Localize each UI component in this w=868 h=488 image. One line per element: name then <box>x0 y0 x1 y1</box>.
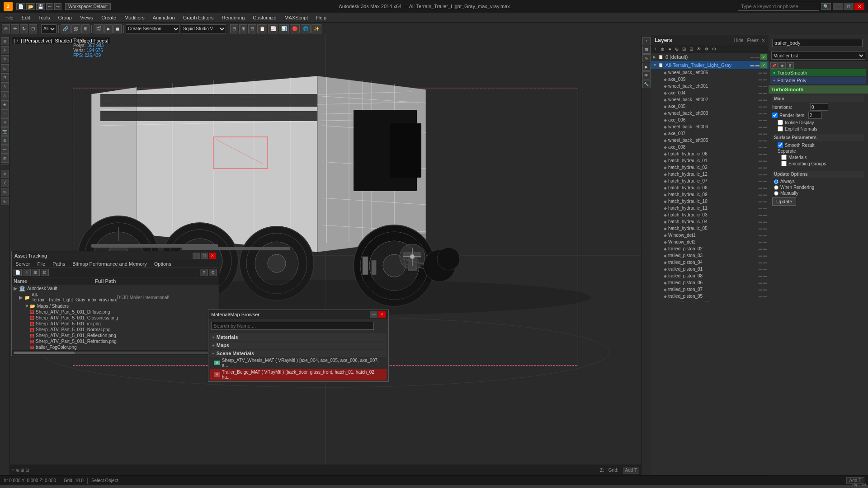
mat-section-materials-header[interactable]: + Materials <box>210 333 387 341</box>
tb-rotate[interactable]: ↻ <box>20 24 28 33</box>
tb-scale[interactable]: ⊡ <box>29 24 37 33</box>
tb-render-effects[interactable]: ✨ <box>311 24 321 33</box>
new-btn[interactable]: 📄 <box>16 3 25 10</box>
squid-studio-dropdown[interactable]: Squid Studio V <box>181 24 226 33</box>
tool-spline[interactable]: ∿ <box>1 82 9 90</box>
asset-row-gloss[interactable]: 🖼 Sherp_ATV_Part_5_001_Glossiness.png <box>12 315 219 321</box>
layer-object-8[interactable]: ◆ wheel_back_left004 ▬ ▬ <box>651 123 769 130</box>
ts-update-btn[interactable]: Update <box>772 197 796 206</box>
open-btn[interactable]: 📂 <box>26 3 35 10</box>
menu-modifiers[interactable]: Modifiers <box>121 14 148 21</box>
asset-tool-1[interactable]: 📄 <box>14 269 22 276</box>
layer-object-12[interactable]: ◆ hatch_hydraulic_06 ▬ ▬ <box>651 150 769 157</box>
layer-object-11[interactable]: ◆ axe_008 ▬ ▬ <box>651 144 769 150</box>
asset-menu-paths[interactable]: Paths <box>49 260 69 267</box>
mat-browser-header[interactable]: Material/Map Browser — ✕ <box>208 310 388 319</box>
mod-pin-btn[interactable]: 📌 <box>770 62 778 69</box>
asset-tool-settings[interactable]: ⚙ <box>209 269 217 276</box>
layers-new-btn[interactable]: + <box>653 46 658 52</box>
tool-scale[interactable]: ⊡ <box>1 64 9 72</box>
layers-hide-all-btn[interactable]: 👁 <box>695 46 703 52</box>
asset-close-btn[interactable]: ✕ <box>209 253 216 259</box>
layer-object-13[interactable]: ◆ hatch_hydraulic_01 ▬ ▬ <box>651 157 769 164</box>
asset-tool-4[interactable]: ⊡ <box>41 269 49 276</box>
layer-object-29[interactable]: ◆ trailed_piston_01 ▬ ▬ <box>651 266 769 272</box>
tb-layer-mgr[interactable]: 📋 <box>257 24 267 33</box>
layer-object-14[interactable]: ◆ hatch_hydraulic_02 ▬ ▬ <box>651 164 769 171</box>
layer-object-5[interactable]: ◆ axe_005 ▬ ▬ <box>651 103 769 110</box>
layers-active-btn[interactable]: ● <box>667 46 673 52</box>
asset-menu-bitmap[interactable]: Bitmap Performance and Memory <box>69 260 150 267</box>
tool-spacewarp[interactable]: 〜 <box>1 145 9 154</box>
close-btn[interactable]: ✕ <box>854 3 864 10</box>
asset-tool-help[interactable]: ? <box>200 269 208 276</box>
modifier-list-dropdown[interactable]: Modifier List <box>771 52 865 60</box>
minimize-btn[interactable]: — <box>833 3 843 10</box>
tb-select[interactable]: ⊕ <box>2 24 10 33</box>
quick-access-toolbar[interactable]: 📄 📂 💾 ↩ ↪ <box>16 3 61 10</box>
layer-object-7[interactable]: ◆ axe_006 ▬ ▬ <box>651 117 769 123</box>
layer-object-18[interactable]: ◆ hatch_hydraulic_09 ▬ ▬ <box>651 191 769 198</box>
ts-render-iters-checkbox[interactable] <box>772 113 778 118</box>
asset-row-main-file[interactable]: ▶ 📁 All-Terrain_Trailer_Light_Gray_max_v… <box>12 292 219 303</box>
tb-mirror[interactable]: ⊟ <box>230 24 238 33</box>
tool-percent-snap[interactable]: % <box>1 188 9 196</box>
tool-rotate[interactable]: ↻ <box>1 55 9 63</box>
layer-object-20[interactable]: ◆ hatch_hydraulic_11 ▬ ▬ <box>651 205 769 211</box>
asset-row-diffuse[interactable]: 🖼 Sherp_ATV_Part_5_001_Diffuse.png <box>12 309 219 315</box>
mat-item-trailer[interactable]: V Trailer_Beige_MAT ( VRayMtl ) [back_do… <box>210 369 387 380</box>
menu-file[interactable]: File <box>2 14 17 21</box>
layers-delete-btn[interactable]: 🗑 <box>659 46 666 52</box>
layer-object-24[interactable]: ◆ Window_det1 ▬ ▬ <box>651 232 769 239</box>
asset-menu-server[interactable]: Server <box>12 260 33 267</box>
asset-tool-2[interactable]: ≡ <box>23 269 31 276</box>
asset-menu-options[interactable]: Options <box>151 260 175 267</box>
asset-expand-vault[interactable]: ▶ <box>14 286 19 291</box>
layer-object-34[interactable]: ◆ hydraulic_rubber_03 ▬ ▬ <box>651 300 769 301</box>
mod-remove-btn[interactable]: 🗑 <box>787 62 794 69</box>
layer-object-26[interactable]: ◆ trailed_piston_02 ▬ ▬ <box>651 245 769 252</box>
asset-row-maps[interactable]: ▼ 📂 Maps / Shaders <box>12 303 219 309</box>
menu-help[interactable]: Help <box>312 14 330 21</box>
layer-object-4[interactable]: ◆ wheel_back_left002 ▬ ▬ <box>651 96 769 103</box>
tool-angle-snap[interactable]: ∠ <box>1 179 9 187</box>
asset-scrollbar[interactable] <box>12 350 219 356</box>
modifier-turbosmooth[interactable]: ● TurboSmooth <box>770 69 866 76</box>
search-btn[interactable]: 🔍 <box>821 3 831 10</box>
mat-item-sherp[interactable]: V Sherp_ATV_Wheels_MAT ( VRayMtl ) [axe_… <box>210 357 387 369</box>
ts-always-radio[interactable] <box>774 179 778 184</box>
layer-item-default[interactable]: ▶ 📋 0 (default) ▬ ▬ ✓ <box>651 53 769 61</box>
menu-customize[interactable]: Customize <box>249 14 280 21</box>
tb-curve-editor[interactable]: 📈 <box>268 24 278 33</box>
layers-add-to-btn[interactable]: ⊞ <box>681 46 687 52</box>
layer-object-3[interactable]: ◆ axe_004 ▬ ▬ <box>651 89 769 96</box>
layer-object-17[interactable]: ◆ hatch_hydraulic_08 ▬ ▬ <box>651 184 769 191</box>
layer-object-27[interactable]: ◆ trailed_piston_03 ▬ ▬ <box>651 252 769 259</box>
mat-search-input[interactable] <box>211 322 374 330</box>
menu-animation[interactable]: Animation <box>149 14 179 21</box>
layer-expand-default[interactable]: ▶ <box>653 55 657 59</box>
tb-render-setup[interactable]: 🎬 <box>94 24 104 33</box>
cmd-utilities[interactable]: 🔧 <box>642 80 651 88</box>
layer-object-32[interactable]: ◆ trailed_piston_07 ▬ ▬ <box>651 286 769 293</box>
layer-object-15[interactable]: ◆ hatch_hydraulic_12 ▬ ▬ <box>651 171 769 178</box>
cmd-hierarchy[interactable]: ∿ <box>642 54 651 62</box>
tool-freeform[interactable]: ≋ <box>1 73 9 81</box>
mat-close-btn[interactable]: ✕ <box>378 311 386 318</box>
layer-object-25[interactable]: ◆ Window_det2 ▬ ▬ <box>651 239 769 245</box>
tool-compound[interactable]: ◈ <box>1 100 9 108</box>
layer-object-1[interactable]: ◆ axe_009 ▬ ▬ <box>651 76 769 83</box>
menu-rendering[interactable]: Rendering <box>218 14 249 21</box>
layer-item-all-terrain[interactable]: ▼ 📋 All-Terrain_Trailer_Light_Gray ▬ ▬ ✓ <box>651 61 769 69</box>
modifier-editable-poly[interactable]: ● Editable Poly <box>770 77 866 84</box>
menu-edit[interactable]: Edit <box>18 14 34 21</box>
ts-isoline-checkbox[interactable] <box>778 120 783 125</box>
tool-snap[interactable]: ⊕ <box>1 170 9 178</box>
cmd-modify[interactable]: ⊞ <box>642 46 651 54</box>
tb-array[interactable]: ⊞ <box>239 24 247 33</box>
tb-align[interactable]: ⊟ <box>248 24 256 33</box>
object-name-field[interactable] <box>772 39 863 47</box>
create-selection-dropdown[interactable]: Create Selection <box>126 24 180 33</box>
selection-filter[interactable]: All <box>41 24 57 33</box>
layer-object-28[interactable]: ◆ trailed_piston_04 ▬ ▬ <box>651 259 769 266</box>
